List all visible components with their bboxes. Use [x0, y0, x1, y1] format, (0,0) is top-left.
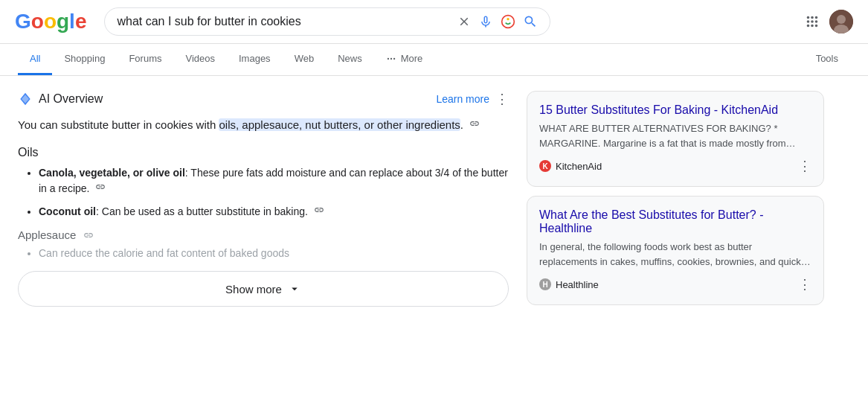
tab-all[interactable]: All	[18, 44, 52, 75]
chain-link-icon	[95, 182, 106, 192]
tab-images[interactable]: Images	[227, 44, 283, 75]
ai-overview-more-button[interactable]: ⋮	[495, 91, 509, 107]
avatar[interactable]	[829, 10, 853, 33]
result-meta-2: H Healthline ⋮	[539, 276, 811, 293]
search-icon	[523, 14, 538, 29]
nav-tabs: All Shopping Forums Videos Images Web Ne…	[0, 44, 868, 76]
clear-button[interactable]	[457, 15, 471, 28]
oils-list: Canola, vegetable, or olive oil: These p…	[18, 165, 509, 220]
svg-point-6	[390, 57, 391, 59]
list-item: Canola, vegetable, or olive oil: These p…	[39, 165, 509, 197]
chain-link-icon	[469, 118, 480, 129]
result-snippet-2: In general, the following foods work bes…	[539, 240, 811, 269]
svg-point-0	[502, 16, 515, 28]
microphone-icon	[478, 14, 493, 29]
result-title-2[interactable]: What Are the Best Substitutes for Butter…	[539, 208, 811, 235]
chain-link-icon	[314, 205, 324, 215]
result-card-2: What Are the Best Substitutes for Butter…	[527, 196, 824, 305]
apps-button[interactable]	[804, 13, 820, 30]
tab-web[interactable]: Web	[283, 44, 327, 75]
result-more-button-2[interactable]: ⋮	[798, 276, 811, 293]
result-source-1: K KitchenAid	[539, 160, 602, 172]
kitchenaid-favicon: K	[539, 160, 551, 172]
oils-heading: Oils	[18, 146, 509, 159]
grid-icon	[804, 13, 820, 30]
lens-button[interactable]	[501, 14, 515, 29]
ai-overview-header: AI Overview Learn more ⋮	[18, 91, 509, 107]
tab-videos[interactable]: Videos	[173, 44, 227, 75]
result-source-2: H Healthline	[539, 278, 599, 290]
svg-point-5	[387, 57, 388, 59]
tab-more[interactable]: More	[374, 44, 435, 75]
applesauce-section: Applesauce	[18, 229, 509, 241]
tab-shopping[interactable]: Shopping	[52, 44, 117, 75]
header-right	[804, 10, 853, 33]
more-dots-icon	[386, 54, 396, 64]
svg-point-1	[507, 18, 509, 20]
search-input[interactable]	[117, 15, 451, 28]
applesauce-link-icon[interactable]	[83, 230, 94, 240]
result-meta-1: K KitchenAid ⋮	[539, 158, 811, 174]
search-button[interactable]	[523, 14, 538, 29]
result-card-1: 15 Butter Substitutes For Baking - Kitch…	[527, 91, 824, 187]
ai-overview-actions: Learn more ⋮	[436, 91, 509, 107]
tab-news[interactable]: News	[326, 44, 374, 75]
svg-point-7	[393, 57, 395, 59]
healthline-favicon: H	[539, 278, 551, 290]
tab-tools[interactable]: Tools	[804, 44, 850, 75]
lens-icon	[501, 14, 515, 29]
user-avatar-icon	[829, 10, 853, 33]
chevron-down-icon	[288, 282, 301, 296]
tab-forums[interactable]: Forums	[117, 44, 173, 75]
intro-link-icon[interactable]	[469, 118, 480, 129]
bullet1-link-icon[interactable]	[95, 182, 106, 192]
ai-diamond-icon	[18, 92, 33, 106]
learn-more-link[interactable]: Learn more	[436, 93, 489, 105]
result-title-1[interactable]: 15 Butter Substitutes For Baking - Kitch…	[539, 103, 811, 117]
ai-overview-title: AI Overview	[18, 92, 103, 106]
clear-icon	[457, 15, 471, 28]
left-panel: AI Overview Learn more ⋮ You can substit…	[18, 91, 509, 360]
list-item: Coconut oil: Can be used as a butter sub…	[39, 204, 509, 220]
search-icons	[457, 14, 538, 29]
bullet2-link-icon[interactable]	[314, 205, 324, 215]
svg-point-3	[837, 15, 846, 24]
result-snippet-1: WHAT ARE BUTTER ALTERNATIVES FOR BAKING?…	[539, 121, 811, 150]
header: Google	[0, 0, 868, 44]
google-logo: Google	[15, 10, 86, 33]
highlight-text: oils, applesauce, nut butters, or other …	[219, 118, 460, 131]
svg-marker-9	[22, 95, 29, 103]
chain-link-icon	[83, 230, 94, 240]
ai-overview-content: You can substitute butter in cookies wit…	[18, 116, 509, 134]
main-content: AI Overview Learn more ⋮ You can substit…	[0, 76, 868, 375]
show-more-button[interactable]: Show more	[18, 271, 509, 307]
voice-search-button[interactable]	[478, 14, 493, 29]
result-more-button-1[interactable]: ⋮	[798, 158, 811, 174]
faded-content: Can reduce the calorie and fat content o…	[18, 247, 509, 259]
right-panel: 15 Butter Substitutes For Baking - Kitch…	[527, 91, 824, 360]
search-bar	[104, 7, 550, 36]
